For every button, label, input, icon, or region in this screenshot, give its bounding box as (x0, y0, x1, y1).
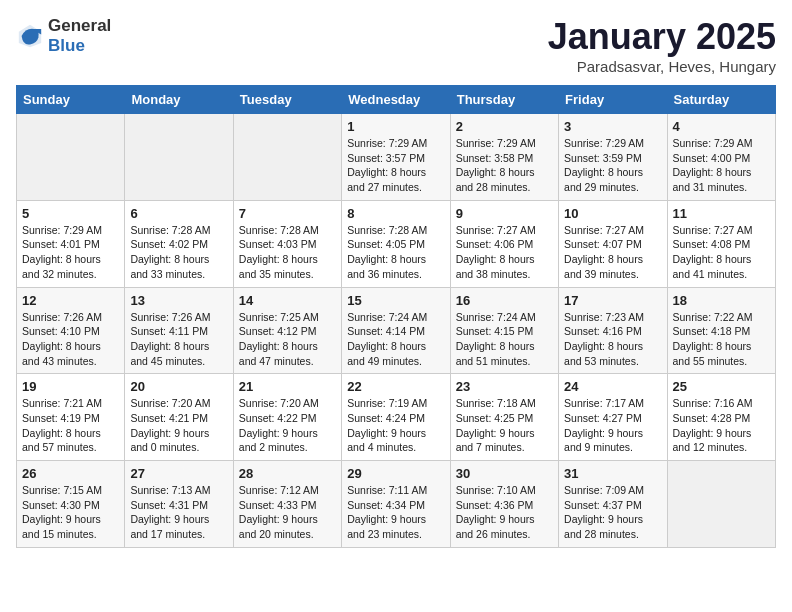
day-cell: 19Sunrise: 7:21 AM Sunset: 4:19 PM Dayli… (17, 374, 125, 461)
day-cell: 23Sunrise: 7:18 AM Sunset: 4:25 PM Dayli… (450, 374, 558, 461)
day-cell: 2Sunrise: 7:29 AM Sunset: 3:58 PM Daylig… (450, 114, 558, 201)
day-info: Sunrise: 7:29 AM Sunset: 3:59 PM Dayligh… (564, 136, 661, 195)
day-cell: 31Sunrise: 7:09 AM Sunset: 4:37 PM Dayli… (559, 461, 667, 548)
day-number: 17 (564, 293, 661, 308)
header-cell-thursday: Thursday (450, 86, 558, 114)
day-cell (17, 114, 125, 201)
calendar-header: SundayMondayTuesdayWednesdayThursdayFrid… (17, 86, 776, 114)
logo: General Blue (16, 16, 111, 56)
day-info: Sunrise: 7:22 AM Sunset: 4:18 PM Dayligh… (673, 310, 770, 369)
day-cell: 9Sunrise: 7:27 AM Sunset: 4:06 PM Daylig… (450, 200, 558, 287)
header-cell-tuesday: Tuesday (233, 86, 341, 114)
day-number: 30 (456, 466, 553, 481)
header-row: SundayMondayTuesdayWednesdayThursdayFrid… (17, 86, 776, 114)
day-cell: 14Sunrise: 7:25 AM Sunset: 4:12 PM Dayli… (233, 287, 341, 374)
day-info: Sunrise: 7:27 AM Sunset: 4:08 PM Dayligh… (673, 223, 770, 282)
day-cell: 13Sunrise: 7:26 AM Sunset: 4:11 PM Dayli… (125, 287, 233, 374)
day-number: 21 (239, 379, 336, 394)
day-cell: 25Sunrise: 7:16 AM Sunset: 4:28 PM Dayli… (667, 374, 775, 461)
day-number: 31 (564, 466, 661, 481)
day-info: Sunrise: 7:29 AM Sunset: 3:57 PM Dayligh… (347, 136, 444, 195)
day-cell: 12Sunrise: 7:26 AM Sunset: 4:10 PM Dayli… (17, 287, 125, 374)
day-cell: 11Sunrise: 7:27 AM Sunset: 4:08 PM Dayli… (667, 200, 775, 287)
day-number: 9 (456, 206, 553, 221)
title-block: January 2025 Paradsasvar, Heves, Hungary (548, 16, 776, 75)
day-number: 22 (347, 379, 444, 394)
logo-general-text: General (48, 16, 111, 35)
month-title: January 2025 (548, 16, 776, 58)
day-info: Sunrise: 7:17 AM Sunset: 4:27 PM Dayligh… (564, 396, 661, 455)
day-number: 4 (673, 119, 770, 134)
day-cell: 6Sunrise: 7:28 AM Sunset: 4:02 PM Daylig… (125, 200, 233, 287)
day-cell: 26Sunrise: 7:15 AM Sunset: 4:30 PM Dayli… (17, 461, 125, 548)
day-info: Sunrise: 7:29 AM Sunset: 3:58 PM Dayligh… (456, 136, 553, 195)
day-number: 20 (130, 379, 227, 394)
day-info: Sunrise: 7:28 AM Sunset: 4:05 PM Dayligh… (347, 223, 444, 282)
day-number: 8 (347, 206, 444, 221)
day-info: Sunrise: 7:13 AM Sunset: 4:31 PM Dayligh… (130, 483, 227, 542)
day-cell: 5Sunrise: 7:29 AM Sunset: 4:01 PM Daylig… (17, 200, 125, 287)
day-info: Sunrise: 7:28 AM Sunset: 4:02 PM Dayligh… (130, 223, 227, 282)
day-cell: 15Sunrise: 7:24 AM Sunset: 4:14 PM Dayli… (342, 287, 450, 374)
day-cell: 1Sunrise: 7:29 AM Sunset: 3:57 PM Daylig… (342, 114, 450, 201)
day-number: 14 (239, 293, 336, 308)
day-cell: 10Sunrise: 7:27 AM Sunset: 4:07 PM Dayli… (559, 200, 667, 287)
day-info: Sunrise: 7:26 AM Sunset: 4:11 PM Dayligh… (130, 310, 227, 369)
day-cell: 24Sunrise: 7:17 AM Sunset: 4:27 PM Dayli… (559, 374, 667, 461)
day-info: Sunrise: 7:20 AM Sunset: 4:21 PM Dayligh… (130, 396, 227, 455)
day-cell: 18Sunrise: 7:22 AM Sunset: 4:18 PM Dayli… (667, 287, 775, 374)
day-number: 13 (130, 293, 227, 308)
day-cell: 27Sunrise: 7:13 AM Sunset: 4:31 PM Dayli… (125, 461, 233, 548)
day-info: Sunrise: 7:09 AM Sunset: 4:37 PM Dayligh… (564, 483, 661, 542)
day-number: 1 (347, 119, 444, 134)
calendar-body: 1Sunrise: 7:29 AM Sunset: 3:57 PM Daylig… (17, 114, 776, 548)
day-number: 10 (564, 206, 661, 221)
calendar-table: SundayMondayTuesdayWednesdayThursdayFrid… (16, 85, 776, 548)
day-number: 28 (239, 466, 336, 481)
day-info: Sunrise: 7:29 AM Sunset: 4:00 PM Dayligh… (673, 136, 770, 195)
day-cell: 29Sunrise: 7:11 AM Sunset: 4:34 PM Dayli… (342, 461, 450, 548)
day-cell: 21Sunrise: 7:20 AM Sunset: 4:22 PM Dayli… (233, 374, 341, 461)
day-info: Sunrise: 7:28 AM Sunset: 4:03 PM Dayligh… (239, 223, 336, 282)
day-cell: 8Sunrise: 7:28 AM Sunset: 4:05 PM Daylig… (342, 200, 450, 287)
header-cell-friday: Friday (559, 86, 667, 114)
header-cell-monday: Monday (125, 86, 233, 114)
week-row-3: 12Sunrise: 7:26 AM Sunset: 4:10 PM Dayli… (17, 287, 776, 374)
day-number: 6 (130, 206, 227, 221)
day-info: Sunrise: 7:26 AM Sunset: 4:10 PM Dayligh… (22, 310, 119, 369)
day-cell (667, 461, 775, 548)
day-info: Sunrise: 7:24 AM Sunset: 4:15 PM Dayligh… (456, 310, 553, 369)
day-info: Sunrise: 7:24 AM Sunset: 4:14 PM Dayligh… (347, 310, 444, 369)
day-info: Sunrise: 7:20 AM Sunset: 4:22 PM Dayligh… (239, 396, 336, 455)
day-info: Sunrise: 7:25 AM Sunset: 4:12 PM Dayligh… (239, 310, 336, 369)
day-info: Sunrise: 7:23 AM Sunset: 4:16 PM Dayligh… (564, 310, 661, 369)
day-info: Sunrise: 7:11 AM Sunset: 4:34 PM Dayligh… (347, 483, 444, 542)
day-cell: 7Sunrise: 7:28 AM Sunset: 4:03 PM Daylig… (233, 200, 341, 287)
week-row-5: 26Sunrise: 7:15 AM Sunset: 4:30 PM Dayli… (17, 461, 776, 548)
day-info: Sunrise: 7:16 AM Sunset: 4:28 PM Dayligh… (673, 396, 770, 455)
day-number: 26 (22, 466, 119, 481)
day-info: Sunrise: 7:27 AM Sunset: 4:07 PM Dayligh… (564, 223, 661, 282)
location-subtitle: Paradsasvar, Heves, Hungary (548, 58, 776, 75)
day-number: 25 (673, 379, 770, 394)
day-number: 19 (22, 379, 119, 394)
day-cell: 30Sunrise: 7:10 AM Sunset: 4:36 PM Dayli… (450, 461, 558, 548)
week-row-4: 19Sunrise: 7:21 AM Sunset: 4:19 PM Dayli… (17, 374, 776, 461)
day-number: 12 (22, 293, 119, 308)
day-number: 5 (22, 206, 119, 221)
day-number: 23 (456, 379, 553, 394)
day-cell: 16Sunrise: 7:24 AM Sunset: 4:15 PM Dayli… (450, 287, 558, 374)
day-cell: 4Sunrise: 7:29 AM Sunset: 4:00 PM Daylig… (667, 114, 775, 201)
day-number: 7 (239, 206, 336, 221)
day-number: 15 (347, 293, 444, 308)
day-info: Sunrise: 7:15 AM Sunset: 4:30 PM Dayligh… (22, 483, 119, 542)
header-cell-saturday: Saturday (667, 86, 775, 114)
day-cell (125, 114, 233, 201)
logo-blue-text: Blue (48, 36, 85, 55)
day-cell (233, 114, 341, 201)
day-number: 11 (673, 206, 770, 221)
day-info: Sunrise: 7:18 AM Sunset: 4:25 PM Dayligh… (456, 396, 553, 455)
day-number: 2 (456, 119, 553, 134)
day-number: 3 (564, 119, 661, 134)
day-info: Sunrise: 7:27 AM Sunset: 4:06 PM Dayligh… (456, 223, 553, 282)
